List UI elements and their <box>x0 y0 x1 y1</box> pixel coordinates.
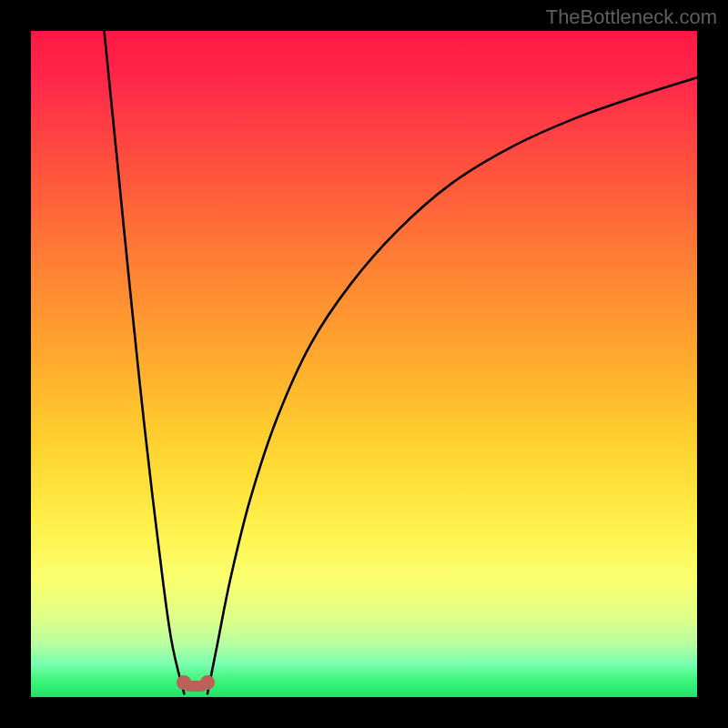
watermark-text: TheBottleneck.com <box>546 5 717 29</box>
minimum-connector <box>184 681 207 692</box>
chart-frame: TheBottleneck.com <box>0 0 728 728</box>
plot-area <box>31 31 697 697</box>
curve-right-branch <box>207 77 697 693</box>
curve-svg <box>31 31 697 697</box>
curve-left-branch <box>105 31 185 693</box>
